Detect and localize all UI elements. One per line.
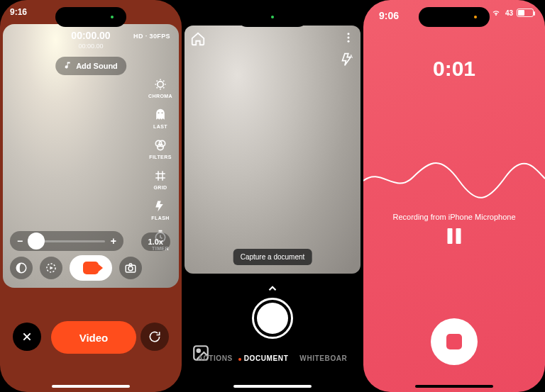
pause-bar-icon [448, 228, 453, 244]
close-icon [21, 331, 33, 342]
chroma-label: CHROMA [148, 94, 172, 99]
filters-label: FILTERS [149, 155, 171, 159]
mode-row [10, 255, 142, 281]
close-button[interactable] [13, 323, 41, 351]
svg-point-9 [128, 267, 133, 271]
svg-point-15 [197, 349, 200, 352]
music-note-icon [64, 61, 72, 71]
minus-icon: − [17, 235, 23, 247]
video-recorder-screen: 9:16 00:00.00 00:00.00 HD · 30FPS Add So… [0, 0, 182, 392]
recording-timer: 0:01 [363, 57, 545, 81]
camera-dot-icon [111, 16, 114, 18]
filters-icon [153, 138, 168, 153]
chroma-tool[interactable]: CHROMA [145, 77, 176, 99]
home-button[interactable] [190, 31, 206, 50]
mode-document[interactable]: DOCUMENT [244, 354, 289, 362]
camera-dot-icon [271, 16, 274, 18]
capture-hint: Capture a document [233, 249, 312, 265]
recording-subtime: 00:00.00 [3, 43, 179, 50]
more-vertical-icon [342, 31, 355, 44]
video-mode-button[interactable]: Video [51, 321, 136, 354]
home-icon [190, 31, 206, 47]
pause-button[interactable] [448, 228, 461, 244]
zoom-button[interactable]: 1.0x [141, 233, 170, 251]
battery-percent: 43 [505, 9, 513, 17]
flash-icon [153, 198, 168, 214]
bottom-bar: Video [0, 289, 182, 392]
camera-viewfinder[interactable]: A Capture a document [185, 26, 360, 274]
mic-dot-icon [474, 16, 477, 18]
svg-point-0 [158, 82, 163, 87]
exposure-slider[interactable]: − + [10, 231, 123, 251]
capture-modes: ACTIONS DOCUMENT WHITEBOAR [182, 354, 363, 362]
svg-point-12 [348, 40, 350, 43]
add-sound-button[interactable]: Add Sound [55, 57, 126, 75]
chroma-icon [153, 77, 168, 92]
dynamic-island [237, 7, 308, 27]
svg-marker-7 [50, 267, 54, 270]
clip-button[interactable] [40, 257, 62, 279]
flash-auto-icon: A [341, 52, 355, 67]
stop-button[interactable] [431, 318, 478, 365]
home-indicator[interactable] [415, 385, 493, 388]
quality-button[interactable]: HD · 30FPS [133, 33, 170, 40]
flip-icon [148, 330, 162, 344]
shutter-inner-icon [257, 303, 288, 334]
flash-toggle[interactable]: A [341, 52, 355, 69]
chevron-up-icon [266, 282, 279, 295]
filters-tool[interactable]: FILTERS [145, 138, 176, 159]
camera-viewfinder[interactable]: 00:00.00 00:00.00 HD · 30FPS Add Sound C… [3, 24, 179, 288]
shutter-button[interactable] [252, 298, 293, 339]
tool-rail: CHROMA LAST FILTERS GRID FLASH TIMER [145, 77, 176, 251]
svg-text:A: A [350, 54, 353, 59]
status-time: 9:06 [379, 10, 399, 21]
slider-track [28, 240, 105, 242]
photo-mode-button[interactable] [119, 257, 142, 279]
moon-icon [15, 262, 28, 274]
dynamic-island [55, 7, 126, 27]
add-sound-label: Add Sound [76, 62, 118, 70]
recording-source-label: Recording from iPhone Microphone [363, 213, 545, 221]
svg-point-3 [158, 144, 163, 150]
ghost-icon [153, 107, 168, 123]
wifi-icon [490, 9, 502, 17]
effects-button[interactable] [10, 257, 33, 279]
document-capture-screen: A Capture a document ACTIONS DOCUMENT WH… [182, 0, 363, 392]
battery-icon [517, 9, 534, 17]
dynamic-island [419, 7, 490, 27]
waveform-icon [363, 142, 545, 213]
flash-tool[interactable]: FLASH [145, 198, 176, 220]
camcorder-icon [83, 262, 99, 274]
more-button[interactable] [342, 31, 355, 47]
grid-icon [153, 168, 168, 184]
stop-square-icon [446, 334, 462, 349]
voice-recorder-screen: 9:06 43 0:01 Recording from iPhone Micro… [363, 0, 545, 392]
pause-bar-icon [456, 228, 461, 244]
mode-whiteboard[interactable]: WHITEBOAR [299, 354, 347, 362]
grid-tool[interactable]: GRID [145, 168, 176, 190]
flip-camera-button[interactable] [141, 323, 169, 351]
status-time: 9:16 [10, 7, 27, 17]
home-indicator[interactable] [233, 385, 312, 388]
camera-icon [124, 262, 137, 274]
slider-knob[interactable] [28, 233, 45, 250]
mode-actions[interactable]: ACTIONS [198, 354, 233, 362]
svg-point-10 [348, 33, 350, 35]
dashed-circle-icon [45, 262, 57, 274]
home-indicator[interactable] [52, 385, 130, 388]
svg-point-11 [348, 37, 350, 39]
flash-label: FLASH [151, 215, 169, 220]
grid-label: GRID [153, 185, 167, 190]
last-label: LAST [153, 124, 167, 129]
plus-icon: + [111, 235, 116, 247]
last-tool[interactable]: LAST [145, 107, 176, 129]
expand-options-button[interactable] [266, 282, 279, 298]
record-button[interactable] [70, 255, 112, 281]
